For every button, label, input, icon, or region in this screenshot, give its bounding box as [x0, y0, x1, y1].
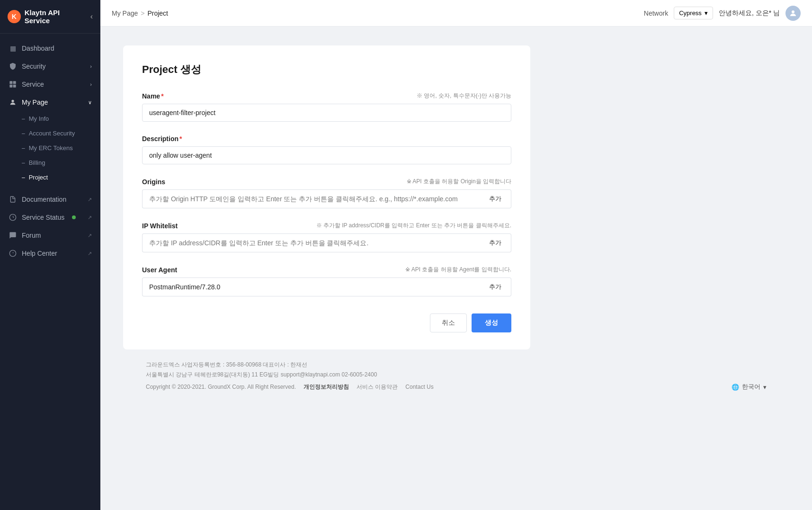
- ip-whitelist-add-button[interactable]: 추가: [480, 233, 511, 252]
- footer: 그라운드엑스 사업자등록번호 : 356-88-00968 대표이사 : 한재선…: [123, 349, 789, 399]
- footer-bottom: Copyright © 2020-2021. GroundX Corp. All…: [146, 383, 767, 391]
- network-select[interactable]: Cypress ▾: [674, 7, 713, 19]
- mypage-icon: [9, 98, 17, 107]
- ip-whitelist-input[interactable]: [142, 233, 480, 252]
- origins-hint: ※ API 호출을 허용할 Origin을 입력합니다: [407, 178, 511, 186]
- svg-rect-0: [9, 81, 12, 84]
- name-required: *: [161, 92, 163, 100]
- sidebar-logo: K Klaytn API Service ‹: [0, 0, 100, 34]
- footer-copyright: Copyright © 2020-2021. GroundX Corp. All…: [146, 384, 296, 390]
- sidebar-sub-myinfo[interactable]: My Info: [0, 111, 100, 126]
- breadcrumb: My Page > Project: [112, 9, 638, 17]
- origins-label: Origins: [142, 178, 165, 186]
- status-dot: [72, 215, 76, 219]
- sidebar-sub-label: My Info: [29, 115, 49, 122]
- external-link-icon: ↗: [88, 251, 92, 257]
- globe-icon: 🌐: [732, 384, 739, 391]
- external-link-icon: ↗: [88, 215, 92, 221]
- user-agent-label-row: User Agent ※ API 호출을 허용할 Agent를 입력합니다.: [142, 266, 511, 274]
- external-link-icon: ↗: [88, 233, 92, 239]
- sidebar-item-security[interactable]: Security ›: [0, 57, 100, 75]
- chevron-right-icon: ›: [90, 63, 92, 69]
- sidebar-item-label: Service: [22, 81, 44, 88]
- contact-link[interactable]: Contact Us: [405, 384, 433, 390]
- name-hint: ※ 영어, 숫자, 특수문자(-)만 사용가능: [417, 92, 511, 100]
- dashboard-icon: ▦: [9, 44, 17, 53]
- description-group: Description *: [142, 135, 511, 164]
- network-value: Cypress: [679, 9, 702, 17]
- documentation-icon: [9, 195, 17, 204]
- user-agent-hint: ※ API 호출을 허용할 Agent를 입력합니다.: [405, 266, 511, 274]
- svg-rect-3: [13, 85, 16, 88]
- ip-whitelist-label-row: IP Whitelist ※ 추가할 IP address/CIDR를 입력하고…: [142, 222, 511, 230]
- user-agent-input-group: 추가: [142, 277, 511, 296]
- svg-point-4: [11, 100, 14, 102]
- svg-rect-2: [9, 85, 12, 88]
- sidebar-sub-label: Project: [29, 174, 48, 181]
- sidebar-item-dashboard[interactable]: ▦ Dashboard: [0, 39, 100, 57]
- sidebar-item-label: Forum: [22, 232, 41, 239]
- breadcrumb-home[interactable]: My Page: [112, 9, 138, 17]
- ip-whitelist-label: IP Whitelist: [142, 222, 178, 230]
- sidebar-item-service-status[interactable]: Service Status ↗: [0, 208, 100, 226]
- create-button[interactable]: 생성: [472, 313, 511, 332]
- service-status-icon: [9, 213, 17, 222]
- network-label: Network: [644, 9, 668, 17]
- sidebar-item-label: Dashboard: [22, 45, 54, 52]
- sidebar-collapse-button[interactable]: ‹: [90, 12, 93, 21]
- avatar[interactable]: [785, 6, 801, 21]
- description-label: Description: [142, 135, 178, 143]
- service-icon: [9, 80, 17, 89]
- ip-whitelist-input-group: 추가: [142, 233, 511, 252]
- main: My Page > Project Network Cypress ▾ 안녕하세…: [100, 0, 812, 510]
- origins-label-row: Origins ※ API 호출을 허용할 Origin을 입력합니다: [142, 178, 511, 186]
- sidebar-item-label: Help Center: [22, 250, 57, 257]
- sidebar-sub-project[interactable]: Project: [0, 170, 100, 185]
- sidebar-sub-myerc[interactable]: My ERC Tokens: [0, 141, 100, 155]
- forum-icon: [9, 231, 17, 240]
- origins-input[interactable]: [142, 189, 480, 208]
- name-input[interactable]: [142, 104, 511, 122]
- sidebar-item-help-center[interactable]: Help Center ↗: [0, 244, 100, 262]
- description-input[interactable]: [142, 146, 511, 164]
- logo-icon: K: [8, 10, 21, 23]
- sidebar-item-label: Service Status: [22, 214, 64, 221]
- user-agent-label: User Agent: [142, 266, 177, 274]
- cancel-button[interactable]: 취소: [430, 313, 467, 332]
- sidebar-sub-billing[interactable]: Billing: [0, 155, 100, 170]
- app-title: Klaytn API Service: [25, 9, 87, 25]
- ip-whitelist-hint: ※ 추가할 IP address/CIDR를 입력하고 Enter 또는 추가 …: [316, 222, 512, 230]
- sidebar-item-documentation[interactable]: Documentation ↗: [0, 190, 100, 208]
- sidebar-item-mypage[interactable]: My Page ∨: [0, 93, 100, 111]
- ip-whitelist-group: IP Whitelist ※ 추가할 IP address/CIDR를 입력하고…: [142, 222, 511, 252]
- header: My Page > Project Network Cypress ▾ 안녕하세…: [100, 0, 812, 27]
- user-agent-add-button[interactable]: 추가: [480, 277, 511, 296]
- sidebar-item-forum[interactable]: Forum ↗: [0, 226, 100, 244]
- form-actions: 취소 생성: [142, 313, 511, 332]
- name-label: Name: [142, 92, 160, 100]
- sidebar-sub-label: Billing: [29, 159, 45, 166]
- sidebar-item-label: Security: [22, 63, 46, 70]
- external-link-icon: ↗: [88, 197, 92, 203]
- origins-add-button[interactable]: 추가: [480, 189, 511, 208]
- language-label: 한국어: [742, 383, 760, 391]
- breadcrumb-separator: >: [141, 9, 144, 17]
- sidebar-item-label: My Page: [22, 98, 48, 106]
- chevron-down-icon: ▾: [763, 384, 767, 391]
- language-selector[interactable]: 🌐 한국어 ▾: [732, 383, 767, 391]
- sidebar: K Klaytn API Service ‹ ▦ Dashboard Secur…: [0, 0, 100, 510]
- origins-input-group: 추가: [142, 189, 511, 208]
- chevron-right-icon: ›: [90, 81, 92, 87]
- name-group: Name * ※ 영어, 숫자, 특수문자(-)만 사용가능: [142, 92, 511, 122]
- sidebar-nav: ▦ Dashboard Security › Service › My Page…: [0, 34, 100, 510]
- privacy-link[interactable]: 개인정보처리방침: [303, 383, 349, 391]
- user-agent-input[interactable]: [142, 277, 480, 296]
- footer-links: Copyright © 2020-2021. GroundX Corp. All…: [146, 383, 434, 391]
- sidebar-item-service[interactable]: Service ›: [0, 75, 100, 93]
- origins-group: Origins ※ API 호출을 허용할 Origin을 입력합니다 추가: [142, 178, 511, 208]
- terms-link[interactable]: 서비스 이용약관: [357, 383, 398, 391]
- chevron-down-icon: ∨: [88, 99, 92, 106]
- greeting: 안녕하세요, 오은* 님: [719, 9, 780, 18]
- sidebar-sub-account-security[interactable]: Account Security: [0, 126, 100, 141]
- form-card: Project 생성 Name * ※ 영어, 숫자, 특수문자(-)만 사용가…: [123, 45, 530, 349]
